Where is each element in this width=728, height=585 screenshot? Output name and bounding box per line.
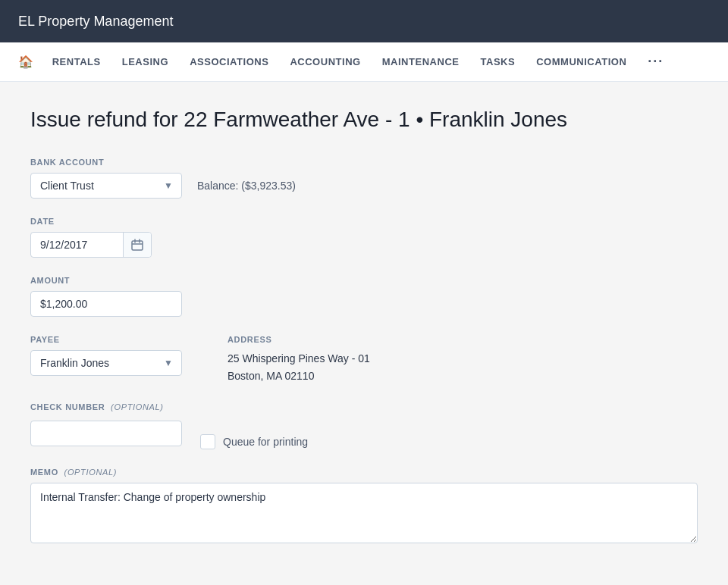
address-line1: 25 Whispering Pines Way - 01 (228, 350, 370, 367)
amount-section: AMOUNT (30, 276, 698, 317)
date-label: DATE (30, 217, 698, 226)
bank-account-section: BANK ACCOUNT Client Trust ▼ Balance: ($3… (30, 158, 698, 199)
address-text: 25 Whispering Pines Way - 01 Boston, MA … (228, 350, 370, 384)
balance-text: Balance: ($3,923.53) (197, 180, 296, 192)
nav-home-icon[interactable]: 🏠 (18, 42, 42, 81)
queue-checkbox[interactable] (200, 434, 215, 449)
address-label: ADDRESS (228, 335, 370, 344)
amount-label: AMOUNT (30, 276, 698, 285)
nav-tasks[interactable]: TASKS (469, 42, 526, 81)
nav-associations[interactable]: ASSOCIATIONS (179, 42, 279, 81)
nav-rentals[interactable]: RENTALS (42, 42, 111, 81)
check-number-section: CHECK NUMBER (OPTIONAL) Queue for printi… (30, 402, 698, 449)
bank-account-select-wrapper: Client Trust ▼ (30, 173, 182, 199)
payee-section: PAYEE Franklin Jones ▼ (30, 335, 182, 376)
calendar-icon (131, 239, 143, 251)
check-queue-row: Queue for printing (30, 418, 698, 449)
memo-label: MEMO (OPTIONAL) (30, 468, 698, 477)
check-number-input[interactable] (30, 421, 182, 446)
memo-textarea[interactable]: Internal Transfer: Change of property ow… (30, 483, 698, 543)
bank-account-select[interactable]: Client Trust (30, 173, 182, 199)
check-number-label: CHECK NUMBER (OPTIONAL) (30, 402, 698, 411)
payee-address-row: PAYEE Franklin Jones ▼ ADDRESS 25 Whispe… (30, 335, 698, 384)
address-line2: Boston, MA 02110 (228, 368, 370, 384)
nav-communication[interactable]: COMMUNICATION (526, 42, 637, 81)
main-content: Issue refund for 22 Farmweather Ave - 1 … (0, 82, 728, 585)
address-section: ADDRESS 25 Whispering Pines Way - 01 Bos… (228, 335, 370, 384)
nav-bar: 🏠 RENTALS LEASING ASSOCIATIONS ACCOUNTIN… (0, 42, 728, 82)
nav-leasing[interactable]: LEASING (111, 42, 179, 81)
calendar-icon-button[interactable] (123, 233, 151, 257)
date-input-wrapper (30, 232, 152, 258)
page-title: Issue refund for 22 Farmweather Ave - 1 … (30, 106, 698, 133)
payee-label: PAYEE (30, 335, 182, 344)
payee-select-wrapper: Franklin Jones ▼ (30, 350, 182, 376)
nav-maintenance[interactable]: MAINTENANCE (372, 42, 470, 81)
nav-more[interactable]: ··· (637, 42, 674, 81)
svg-rect-0 (132, 241, 143, 250)
bank-account-label: BANK ACCOUNT (30, 158, 698, 167)
queue-wrapper: Queue for printing (200, 434, 308, 449)
payee-select[interactable]: Franklin Jones (30, 350, 182, 376)
memo-section: MEMO (OPTIONAL) Internal Transfer: Chang… (30, 468, 698, 546)
app-header: EL Property Management (0, 0, 728, 42)
queue-label[interactable]: Queue for printing (223, 436, 308, 448)
date-section: DATE (30, 217, 698, 258)
nav-accounting[interactable]: ACCOUNTING (279, 42, 371, 81)
amount-input[interactable] (30, 291, 182, 317)
bank-account-row: Client Trust ▼ Balance: ($3,923.53) (30, 173, 698, 199)
date-input[interactable] (31, 233, 123, 257)
app-title: EL Property Management (18, 14, 173, 30)
